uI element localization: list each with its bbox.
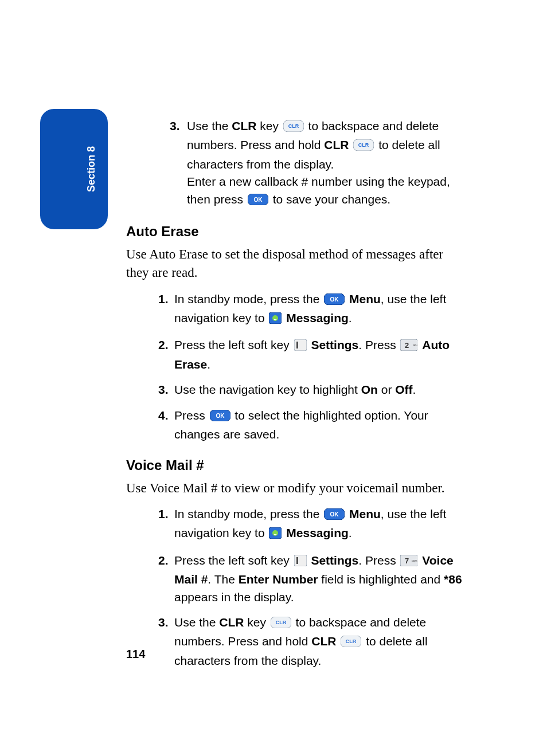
text: Use the <box>174 616 219 629</box>
step-number: 3. <box>158 381 169 398</box>
list-item: 3. Use the CLR key to backspace and dele… <box>170 117 467 210</box>
clr-label: CLR <box>324 138 349 151</box>
text: . Press <box>358 554 399 567</box>
ok-key-icon <box>324 292 345 310</box>
text: . <box>349 311 352 324</box>
text <box>349 138 352 151</box>
text: key <box>244 616 269 629</box>
list-item: 1. In standby mode, press the Menu, use … <box>158 291 467 329</box>
seven-key-icon <box>400 554 417 571</box>
text: . <box>413 383 416 396</box>
list-item: 3. Use the CLR key to backspace and dele… <box>158 614 467 669</box>
ok-key-icon <box>210 409 230 426</box>
voice-mail-heading: Voice Mail # <box>126 457 467 473</box>
clr-key-icon <box>283 119 304 136</box>
messaging-icon <box>269 311 282 328</box>
text: key <box>256 119 282 132</box>
text: In standby mode, press the <box>174 292 323 305</box>
enter-number-label: Enter Number <box>239 573 318 586</box>
step-number: 1. <box>158 291 169 308</box>
messaging-icon <box>269 526 282 543</box>
auto-erase-intro: Use Auto Erase to set the disposal metho… <box>126 245 467 282</box>
menu-label: Menu <box>349 292 381 305</box>
settings-label: Settings <box>311 338 358 351</box>
text: to save your changes. <box>269 193 390 206</box>
step-number: 1. <box>158 506 169 523</box>
voice-mail-intro: Use Voice Mail # to view or modify your … <box>126 479 467 498</box>
list-item: 1. In standby mode, press the Menu, use … <box>158 506 467 544</box>
text: appears in the display. <box>174 590 294 604</box>
text: Use the <box>187 119 232 132</box>
clr-label: CLR <box>311 634 336 648</box>
star86-label: *86 <box>444 573 462 586</box>
text: . <box>349 526 352 539</box>
step-number: 3. <box>158 614 169 631</box>
text: . Press <box>358 338 399 351</box>
text: field is highlighted and <box>318 573 444 586</box>
page-number: 114 <box>126 648 145 661</box>
off-label: Off <box>395 383 412 396</box>
soft-key-icon <box>294 554 307 571</box>
text: In standby mode, press the <box>174 507 323 520</box>
callback-steps-continued: 3. Use the CLR key to backspace and dele… <box>126 117 467 210</box>
on-label: On <box>361 383 378 396</box>
auto-erase-steps: 1. In standby mode, press the Menu, use … <box>126 291 467 444</box>
text: . <box>207 358 210 371</box>
text: or <box>378 383 395 396</box>
text: . The <box>208 573 238 586</box>
clr-key-icon <box>271 616 291 633</box>
clr-label: CLR <box>219 616 244 629</box>
step-number: 3. <box>170 117 180 135</box>
clr-label: CLR <box>232 119 256 132</box>
ok-key-icon <box>324 507 345 524</box>
step-number: 2. <box>158 336 169 354</box>
list-item: 3. Use the navigation key to highlight O… <box>158 381 467 398</box>
text: Press <box>174 409 209 422</box>
messaging-label: Messaging <box>286 311 349 324</box>
messaging-label: Messaging <box>286 526 349 539</box>
list-item: 4. Press to select the highlighted optio… <box>158 407 467 444</box>
voice-mail-steps: 1. In standby mode, press the Menu, use … <box>126 506 467 670</box>
list-item: 2. Press the left soft key Settings. Pre… <box>158 336 467 373</box>
soft-key-icon <box>294 338 307 355</box>
clr-key-icon <box>341 634 361 652</box>
step-number: 4. <box>158 407 169 424</box>
step-number: 2. <box>158 552 169 569</box>
text: Press the left soft key <box>174 554 293 567</box>
clr-key-icon <box>353 138 374 155</box>
two-key-icon <box>400 338 417 355</box>
ok-key-icon <box>248 193 268 210</box>
settings-label: Settings <box>311 554 358 567</box>
auto-erase-heading: Auto Erase <box>126 224 467 240</box>
text: Press the left soft key <box>174 338 293 351</box>
text: Use the navigation key to highlight <box>174 383 361 396</box>
list-item: 2. Press the left soft key Settings. Pre… <box>158 552 467 606</box>
menu-label: Menu <box>349 507 381 520</box>
text <box>336 634 339 648</box>
